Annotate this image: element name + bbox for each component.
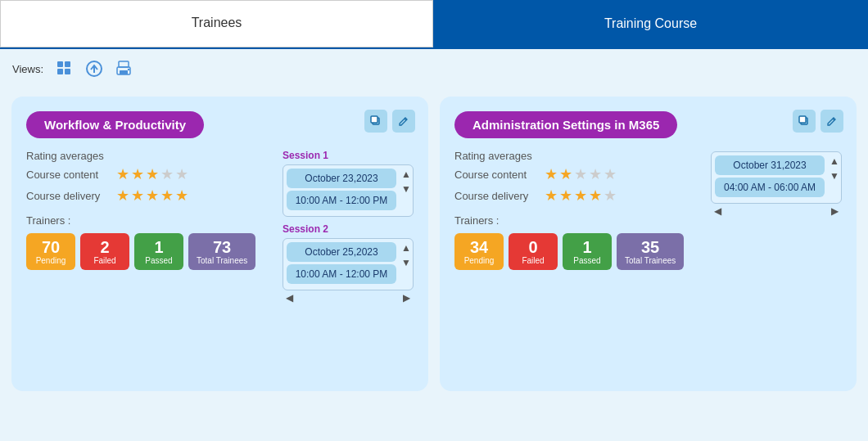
trainers-label-2: Trainers : (454, 214, 703, 227)
edit-icon-2[interactable] (821, 110, 843, 133)
course-delivery-row-2: Course delivery ★ ★ ★ ★ ★ (454, 187, 703, 205)
svg-rect-3 (65, 69, 70, 74)
card-2-icons (793, 110, 843, 133)
badge-failed-1[interactable]: 2 Failed (80, 233, 129, 270)
session-3-h-scroll: ◀ ▶ (711, 204, 842, 218)
card-1-icons (364, 110, 415, 133)
svg-rect-8 (120, 70, 128, 74)
views-bar: Views: (0, 49, 868, 88)
card-2-sessions: October 31,2023 04:00 AM - 06:00 AM ▲ ▼ … (711, 150, 842, 270)
course-content-row-1: Course content ★ ★ ★ ★ ★ (26, 165, 274, 183)
card-1-rating: Rating averages Course content ★ ★ ★ ★ ★ (26, 150, 274, 205)
tab-training-course[interactable]: Training Course (433, 0, 868, 47)
views-label: Views: (12, 63, 43, 75)
session-2-scroll-up[interactable]: ▲ (401, 242, 411, 254)
card-1-title: Workflow & Productivity (26, 111, 204, 138)
card-1-left: Rating averages Course content ★ ★ ★ ★ ★ (26, 150, 274, 312)
course-delivery-stars-2: ★ ★ ★ ★ ★ (545, 187, 617, 205)
session-2-section: Session 2 October 25,2023 10:00 AM - 12:… (283, 223, 414, 305)
tab-trainees[interactable]: Trainees (0, 0, 433, 47)
course-card-2: Administration Settings in M365 (440, 97, 857, 391)
course-content-stars-2: ★ ★ ★ ★ ★ (545, 165, 617, 183)
rating-averages-label-2: Rating averages (454, 150, 703, 162)
session-1-date: October 23,2023 (287, 169, 396, 188)
session-2-h-scroll: ◀ ▶ (283, 290, 414, 305)
badge-total-1[interactable]: 73 Total Trainees (188, 233, 255, 270)
session-3-date: October 31,2023 (715, 155, 825, 175)
course-content-stars-1: ★ ★ ★ ★ ★ (116, 165, 188, 183)
session-1-time: 10:00 AM - 12:00 PM (287, 191, 396, 210)
session-2-time: 10:00 AM - 12:00 PM (287, 264, 396, 284)
session-3-scroll-left[interactable]: ◀ (714, 205, 721, 217)
card-1-inner: Rating averages Course content ★ ★ ★ ★ ★ (26, 150, 414, 312)
session-2-scroll-right[interactable]: ▶ (403, 292, 410, 304)
svg-rect-1 (65, 61, 70, 67)
trainers-badges-1: 70 Pending 2 Failed 1 Passed 73 Total Tr… (26, 233, 274, 270)
session-2-scroll-left[interactable]: ◀ (286, 292, 293, 304)
svg-point-9 (128, 69, 129, 70)
card-2-title: Administration Settings in M365 (454, 111, 677, 138)
session-1-section: Session 1 October 23,2023 10:00 AM - 12:… (283, 150, 414, 217)
badge-pending-1[interactable]: 70 Pending (26, 233, 75, 270)
grid-icon[interactable] (53, 57, 76, 80)
svg-rect-6 (119, 61, 129, 67)
tab-header: Trainees Training Course (0, 0, 868, 49)
course-content-row-2: Course content ★ ★ ★ ★ ★ (454, 165, 703, 183)
badge-total-2[interactable]: 35 Total Trainees (617, 233, 684, 270)
copy-icon-2[interactable] (793, 110, 816, 133)
session-2-date: October 25,2023 (287, 242, 396, 262)
session-3-scroll-up[interactable]: ▲ (830, 155, 839, 167)
print-icon[interactable] (112, 57, 135, 80)
svg-rect-11 (371, 116, 377, 123)
badge-failed-2[interactable]: 0 Failed (509, 233, 558, 270)
card-1-sessions: Session 1 October 23,2023 10:00 AM - 12:… (283, 150, 414, 312)
copy-icon-1[interactable] (364, 110, 387, 133)
content-area: Workflow & Productivity Rati (0, 88, 868, 399)
badge-passed-2[interactable]: 1 Passed (563, 233, 612, 270)
session-1-scroll-up[interactable]: ▲ (401, 169, 411, 180)
badge-pending-2[interactable]: 34 Pending (454, 233, 504, 270)
upload-icon[interactable] (83, 57, 106, 80)
course-delivery-row-1: Course delivery ★ ★ ★ ★ ★ (26, 187, 274, 205)
session-3-scroll-down[interactable]: ▼ (830, 170, 839, 182)
svg-rect-2 (57, 69, 63, 74)
card-2-left: Rating averages Course content ★ ★ ★ ★ ★ (454, 150, 703, 270)
trainers-label-1: Trainers : (26, 214, 274, 227)
course-delivery-stars-1: ★ ★ ★ ★ ★ (116, 187, 188, 205)
session-3-scroll-right[interactable]: ▶ (831, 205, 839, 217)
course-card-1: Workflow & Productivity Rati (11, 97, 428, 391)
badge-passed-1[interactable]: 1 Passed (134, 233, 183, 270)
trainers-badges-2: 34 Pending 0 Failed 1 Passed 35 Total Tr… (454, 233, 703, 270)
session-1-scroll-down[interactable]: ▼ (401, 183, 411, 195)
session-2-scroll-down[interactable]: ▼ (401, 257, 411, 268)
svg-rect-0 (57, 61, 63, 67)
session-1-label: Session 1 (283, 150, 414, 161)
edit-icon-1[interactable] (392, 110, 415, 133)
card-2-inner: Rating averages Course content ★ ★ ★ ★ ★ (454, 150, 842, 270)
card-2-rating: Rating averages Course content ★ ★ ★ ★ ★ (454, 150, 703, 205)
session-2-label: Session 2 (283, 223, 414, 235)
session-3-time: 04:00 AM - 06:00 AM (715, 178, 825, 197)
svg-rect-13 (799, 116, 806, 123)
rating-averages-label-1: Rating averages (26, 150, 274, 162)
session-3-section: October 31,2023 04:00 AM - 06:00 AM ▲ ▼ … (711, 151, 842, 218)
